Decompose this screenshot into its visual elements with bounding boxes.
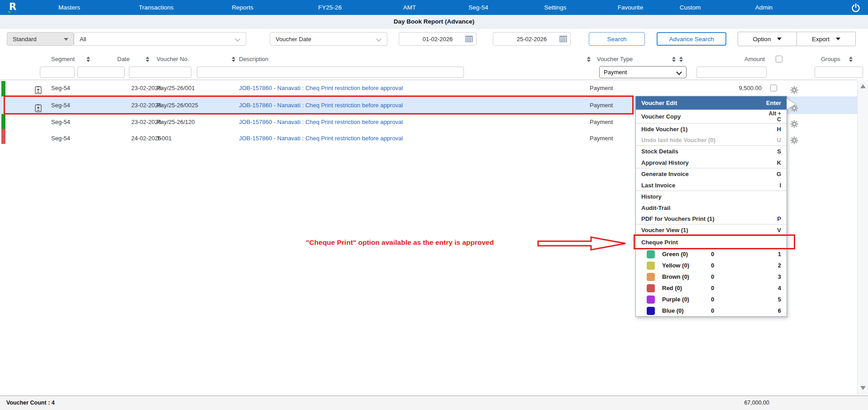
ledger-select[interactable]: All	[74, 32, 246, 46]
sort-icon[interactable]	[146, 57, 149, 62]
description-filter-input[interactable]	[197, 67, 464, 78]
voucher-context-menu: Voucher Edit Enter Voucher Copy Alt + C …	[635, 96, 787, 317]
nav-item-seg-54[interactable]: Seg-54	[468, 0, 488, 15]
menu-item-label: Audit-Trail	[641, 205, 670, 211]
menu-item-approval-history[interactable]: Approval History K	[636, 157, 787, 168]
groups-filter-input[interactable]	[815, 67, 863, 78]
vertical-scrollbar[interactable]	[857, 80, 868, 395]
gear-icon[interactable]	[790, 118, 798, 126]
cell-description-link[interactable]: JOB-157860 - Nanavati : Cheq Print restr…	[239, 114, 403, 130]
calendar-icon[interactable]	[465, 35, 473, 44]
nav-item-settings[interactable]: Settings	[544, 0, 567, 15]
chevron-down-icon	[676, 69, 682, 75]
advance-search-button[interactable]: Advance Search	[657, 32, 726, 46]
col-header-date: Date	[117, 56, 129, 62]
view-select[interactable]: Standard	[7, 32, 74, 46]
nav-item-favourite[interactable]: Favourite	[618, 0, 643, 15]
color-swatch	[647, 273, 655, 281]
amount-total-label: 67,000.00	[701, 396, 769, 410]
scroll-down-icon[interactable]	[860, 386, 866, 390]
menu-color-brown[interactable]: Brown (0) 0 3	[636, 271, 787, 282]
row-checkbox[interactable]	[770, 85, 777, 91]
sort-icon[interactable]	[849, 57, 853, 62]
sort-icon[interactable]	[587, 57, 591, 62]
voucher-no-filter-input[interactable]	[129, 67, 191, 78]
menu-color-green[interactable]: Green (0) 0 1	[636, 248, 787, 260]
sort-icon[interactable]	[672, 57, 676, 62]
page-title: Day Book Report (Advance)	[0, 15, 868, 28]
color-label: Yellow (0)	[662, 262, 711, 269]
menu-item-last-invoice[interactable]: Last Invoice I	[636, 180, 787, 191]
nav-item-masters[interactable]: Masters	[58, 0, 80, 15]
annotation-text: "Cheque Print" option available as the e…	[306, 238, 494, 247]
menu-item-cheque-print[interactable]: Cheque Print	[636, 236, 787, 248]
nav-item-transactions[interactable]: Transactions	[139, 0, 174, 15]
to-date-field[interactable]: 25-02-2026	[493, 32, 571, 46]
calendar-icon[interactable]	[559, 35, 567, 44]
cell-voucher-no: Pay/25-26/0025	[157, 96, 198, 114]
sort-icon[interactable]	[232, 57, 235, 62]
gear-icon[interactable]	[790, 84, 798, 92]
amount-header-checkbox[interactable]	[776, 56, 782, 62]
menu-item-voucher-view[interactable]: Voucher View (1) V	[636, 224, 787, 236]
menu-item-undo-last-hide-voucher: Undo last hide Voucher (0) U	[636, 134, 787, 146]
date-filter-input[interactable]	[77, 67, 125, 78]
menu-color-purple[interactable]: Purple (0) 0 5	[636, 294, 787, 305]
menu-item-hide-voucher[interactable]: Hide Voucher (1) H	[636, 124, 787, 134]
sort-icon[interactable]	[679, 57, 683, 62]
segment-filter-input[interactable]	[40, 67, 75, 78]
menu-item-voucher-edit[interactable]: Voucher Edit Enter	[636, 96, 787, 110]
menu-color-yellow[interactable]: Yellow (0) 0 2	[636, 260, 787, 271]
menu-item-shortcut: S	[777, 148, 781, 155]
option-button-label: Option	[753, 36, 771, 43]
voucher-type-filter-select[interactable]: Payment	[599, 66, 687, 78]
cell-description-link[interactable]: JOB-157860 - Nanavati : Cheq Print restr…	[239, 130, 403, 147]
option-dropdown-button[interactable]: Option	[738, 32, 797, 46]
from-date-field[interactable]: 01-02-2026	[399, 32, 477, 46]
app-logo[interactable]: R	[7, 0, 23, 14]
menu-color-blue[interactable]: Blue (0) 0 6	[636, 305, 787, 316]
amount-filter-input[interactable]	[696, 67, 767, 78]
color-label: Purple (0)	[662, 296, 711, 303]
cell-description-link[interactable]: JOB-157860 - Nanavati : Cheq Print restr…	[239, 80, 403, 96]
nav-item-fy25-26[interactable]: FY25-26	[318, 0, 342, 15]
sort-icon[interactable]	[86, 57, 90, 62]
nav-item-admin[interactable]: Admin	[755, 0, 773, 15]
nav-item-custom[interactable]: Custom	[680, 0, 701, 15]
color-label: Red (0)	[662, 285, 711, 291]
cell-description-link[interactable]: JOB-157860 - Nanavati : Cheq Print restr…	[239, 96, 403, 114]
color-swatch	[647, 262, 655, 270]
menu-item-pdf-for-vouchers-print[interactable]: PDF for Vouchers Print (1) P	[636, 213, 787, 224]
color-shortcut: 3	[778, 273, 781, 280]
menu-color-red[interactable]: Red (0) 0 4	[636, 282, 787, 294]
menu-item-shortcut: Alt + C	[769, 111, 781, 123]
menu-item-stock-details[interactable]: Stock Details S	[636, 146, 787, 157]
scroll-up-icon[interactable]	[860, 84, 866, 88]
color-swatch	[647, 284, 655, 292]
from-date-value: 01-02-2026	[423, 36, 453, 43]
to-date-value: 25-02-2026	[517, 36, 547, 43]
menu-item-shortcut: Enter	[766, 100, 781, 106]
search-button-label: Search	[607, 36, 627, 43]
menu-item-history[interactable]: History	[636, 191, 787, 202]
cell-segment: Seg-54	[51, 114, 70, 130]
menu-item-generate-invoice[interactable]: Generate Invoice G	[636, 168, 787, 180]
export-button-label: Export	[812, 36, 830, 43]
col-header-voucher-type: Voucher Type	[597, 56, 633, 62]
search-button[interactable]: Search	[589, 32, 645, 46]
color-count: 0	[711, 296, 714, 303]
nav-item-reports[interactable]: Reports	[232, 0, 253, 15]
menu-item-shortcut: H	[777, 126, 781, 133]
col-header-description: Description	[239, 56, 268, 62]
date-type-select[interactable]: Voucher Date	[270, 32, 387, 46]
export-dropdown-button[interactable]: Export	[796, 32, 856, 46]
menu-item-voucher-copy[interactable]: Voucher Copy Alt + C	[636, 110, 787, 124]
menu-callout-pointer	[787, 98, 796, 112]
color-swatch	[647, 307, 655, 315]
table-row[interactable]: Seg-54 23-02-2026 Pay/25-26/001 JOB-1578…	[0, 80, 857, 96]
gear-icon[interactable]	[790, 134, 798, 143]
menu-item-audit-trail[interactable]: Audit-Trail	[636, 202, 787, 213]
color-shortcut: 5	[778, 296, 781, 303]
power-icon[interactable]	[851, 3, 861, 13]
nav-item-amt[interactable]: AMT	[403, 0, 416, 15]
